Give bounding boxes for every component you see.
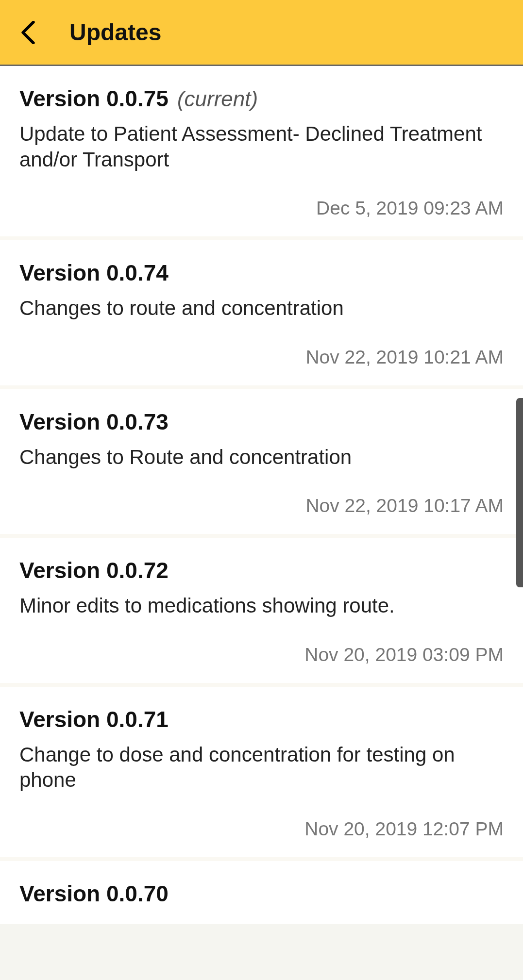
update-timestamp: Dec 5, 2019 09:23 AM [19, 198, 504, 219]
version-label: Version 0.0.73 [19, 409, 169, 435]
update-description: Changes to Route and concentration [19, 445, 486, 470]
update-description: Minor edits to medications showing route… [19, 593, 486, 619]
version-row: Version 0.0.71 [19, 706, 504, 732]
update-timestamp: Nov 20, 2019 12:07 PM [19, 818, 504, 840]
app-header: Updates [0, 0, 523, 66]
chevron-left-icon [20, 21, 36, 44]
update-item[interactable]: Version 0.0.72 Minor edits to medication… [0, 538, 523, 687]
update-item[interactable]: Version 0.0.70 [0, 861, 523, 924]
version-row: Version 0.0.72 [19, 557, 504, 583]
version-row: Version 0.0.75 (current) [19, 85, 504, 112]
update-timestamp: Nov 20, 2019 03:09 PM [19, 644, 504, 665]
update-timestamp: Nov 22, 2019 10:21 AM [19, 347, 504, 368]
version-label: Version 0.0.74 [19, 260, 169, 286]
version-label: Version 0.0.72 [19, 557, 169, 583]
version-row: Version 0.0.74 [19, 260, 504, 286]
version-label: Version 0.0.75 [19, 85, 169, 112]
scrollbar-thumb[interactable] [516, 398, 523, 587]
back-button[interactable] [14, 18, 43, 47]
current-tag: (current) [177, 87, 258, 111]
update-description: Change to dose and concentration for tes… [19, 742, 486, 793]
version-label: Version 0.0.70 [19, 880, 169, 907]
update-item[interactable]: Version 0.0.73 Changes to Route and conc… [0, 389, 523, 538]
version-label: Version 0.0.71 [19, 706, 169, 732]
page-title: Updates [69, 19, 161, 46]
update-item[interactable]: Version 0.0.75 (current) Update to Patie… [0, 66, 523, 240]
update-description: Update to Patient Assessment- Declined T… [19, 121, 486, 172]
version-row: Version 0.0.73 [19, 409, 504, 435]
version-row: Version 0.0.70 [19, 880, 504, 907]
update-item[interactable]: Version 0.0.71 Change to dose and concen… [0, 687, 523, 861]
updates-list: Version 0.0.75 (current) Update to Patie… [0, 66, 523, 924]
update-item[interactable]: Version 0.0.74 Changes to route and conc… [0, 240, 523, 389]
update-description: Changes to route and concentration [19, 296, 486, 321]
update-timestamp: Nov 22, 2019 10:17 AM [19, 495, 504, 516]
